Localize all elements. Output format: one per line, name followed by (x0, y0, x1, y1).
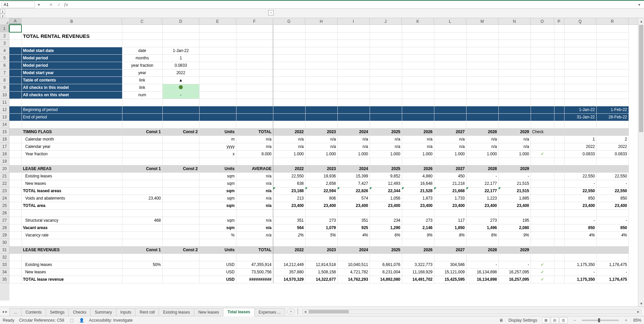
cell[interactable] (434, 158, 466, 165)
cell[interactable] (564, 62, 596, 69)
cell[interactable] (9, 106, 21, 113)
cell[interactable] (564, 84, 596, 91)
cell[interactable]: n/a (402, 143, 434, 150)
row-header-6[interactable]: 6 (0, 62, 9, 69)
display-settings-icon[interactable]: 🖥 (498, 318, 504, 323)
zoom-out-button[interactable]: − (572, 318, 577, 323)
cell[interactable] (337, 32, 370, 40)
cell[interactable]: Check (531, 128, 554, 136)
cell[interactable] (236, 121, 273, 128)
cell[interactable] (162, 195, 199, 202)
cell[interactable] (21, 158, 122, 165)
cell[interactable] (498, 91, 531, 99)
cell[interactable] (402, 91, 434, 99)
cell[interactable] (596, 32, 629, 40)
cell[interactable] (9, 62, 21, 69)
cell[interactable] (273, 62, 305, 69)
cell[interactable] (466, 99, 498, 106)
cell[interactable] (402, 158, 434, 165)
cell[interactable]: 304,586 (434, 261, 466, 268)
cell[interactable] (162, 99, 199, 106)
cell[interactable]: 12,493 (370, 180, 402, 187)
cell[interactable] (466, 69, 498, 76)
column-header-N[interactable]: N (498, 18, 531, 24)
row-header-25[interactable]: 25 (0, 202, 9, 209)
cell[interactable]: 2 (596, 136, 629, 143)
row-header-22[interactable]: 22 (0, 180, 9, 187)
cell[interactable] (9, 268, 21, 276)
cell[interactable]: 21,515 (498, 180, 531, 187)
row-header-32[interactable]: 32 (0, 254, 9, 261)
cell[interactable] (531, 47, 554, 54)
cell[interactable] (122, 276, 162, 283)
cell[interactable]: 273 (402, 217, 434, 224)
cell[interactable] (402, 113, 434, 121)
cell[interactable]: LEASE AREAS (21, 165, 122, 172)
cell[interactable]: - (596, 217, 629, 224)
cell[interactable]: 1 (564, 136, 596, 143)
cell[interactable] (596, 69, 629, 76)
cell[interactable] (554, 276, 564, 283)
cell[interactable] (554, 143, 564, 150)
cell[interactable]: New leases (21, 268, 122, 276)
cell[interactable] (273, 84, 305, 91)
cell[interactable] (236, 239, 273, 246)
cell[interactable] (554, 209, 564, 217)
column-header-D[interactable]: D (162, 18, 199, 24)
cell[interactable] (199, 40, 236, 47)
cell[interactable]: - (466, 172, 498, 180)
cell[interactable] (162, 209, 199, 217)
cell[interactable] (162, 217, 199, 224)
cell[interactable] (9, 40, 21, 47)
row-header-1[interactable]: 1 (0, 25, 9, 32)
cell[interactable] (199, 91, 236, 99)
cell[interactable] (273, 99, 305, 106)
cell[interactable] (531, 69, 554, 76)
cell[interactable] (273, 25, 305, 32)
cell[interactable] (466, 25, 498, 32)
cell[interactable] (498, 47, 531, 54)
cell[interactable]: TIMING FLAGS (21, 128, 122, 136)
cell[interactable] (466, 47, 498, 54)
cell[interactable] (370, 32, 402, 40)
cell[interactable] (122, 143, 162, 150)
cell[interactable] (498, 239, 531, 246)
cell[interactable]: 21,218 (434, 180, 466, 187)
cell[interactable] (434, 69, 466, 76)
cell[interactable]: 1,290 (370, 224, 402, 231)
cell[interactable] (122, 40, 162, 47)
cell[interactable] (402, 32, 434, 40)
cell[interactable]: n/a (337, 143, 370, 150)
cell[interactable] (236, 62, 273, 69)
cell[interactable]: 3,322,773 (402, 261, 434, 268)
cell[interactable]: 2029 (498, 128, 531, 136)
cell[interactable] (273, 121, 305, 128)
cell[interactable]: Model period (21, 54, 122, 62)
cell[interactable] (305, 121, 337, 128)
cell[interactable]: New leases (21, 180, 122, 187)
view-page-layout-icon[interactable]: ▤ (551, 317, 559, 323)
cell[interactable] (370, 91, 402, 99)
cell[interactable]: 2028 (466, 165, 498, 172)
cell[interactable] (162, 150, 199, 158)
cell[interactable] (337, 40, 370, 47)
cell[interactable] (273, 40, 305, 47)
cell[interactable]: 23,400 (305, 202, 337, 209)
horizontal-scrollbar[interactable]: ◂ ▸ (302, 309, 641, 314)
cell[interactable] (370, 25, 402, 32)
cell[interactable]: 2026 (402, 128, 434, 136)
cell[interactable] (531, 246, 554, 254)
row-header-2[interactable]: 2 (0, 32, 9, 40)
cell[interactable] (236, 209, 273, 217)
cell[interactable]: link (122, 84, 162, 91)
cell[interactable] (273, 69, 305, 76)
cell[interactable]: 351 (337, 217, 370, 224)
cell[interactable] (564, 158, 596, 165)
cell[interactable] (596, 62, 629, 69)
cell[interactable] (554, 99, 564, 106)
cell[interactable]: Existing leases (21, 261, 122, 268)
cell[interactable] (402, 47, 434, 54)
column-header-E[interactable]: E (199, 18, 236, 24)
cell[interactable] (236, 99, 273, 106)
cell[interactable]: n/a (236, 143, 273, 150)
